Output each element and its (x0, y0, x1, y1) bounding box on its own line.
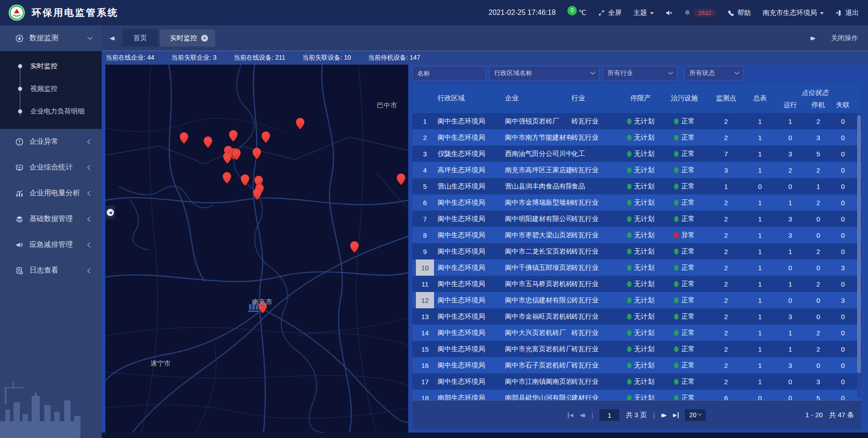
table-row[interactable]: 7 阆中生态环境局 阆中明阳建材有限公司 砖瓦行业 无计划 正常 2 1 3 0… (412, 211, 861, 227)
cell-lost: 0 (830, 308, 856, 325)
region-filter-select[interactable]: 行政区域名称 (489, 66, 599, 80)
prev-page-button[interactable]: ◀◀ (580, 412, 585, 418)
table-row[interactable]: 17 阆中生态环境局 阆中市江南镇阆南页岩 砖瓦行业 无计划 正常 2 1 0 … (412, 373, 861, 390)
org-menu[interactable]: 南充市生态环境局 (763, 9, 824, 17)
help-button[interactable]: 帮助 (727, 9, 751, 17)
tabs-scroll-left-button[interactable]: ◀◀ (102, 35, 123, 41)
cell-stop: 1 (807, 178, 830, 194)
page-number-input[interactable]: 1 (599, 409, 619, 421)
table-row[interactable]: 11 阆中生态环境局 阆中市五马桥页岩机砖 砖瓦行业 无计划 正常 2 1 1 … (412, 276, 861, 292)
facility-status-dot (674, 232, 679, 238)
tab-close-icon[interactable]: × (201, 35, 208, 42)
map-pin[interactable] (252, 147, 261, 160)
cell-run: 1 (774, 194, 807, 211)
cell-run: 2 (774, 162, 807, 178)
table-row[interactable]: 14 阆中生态环境局 阆中大兴页岩机砖厂 砖瓦行业 无计划 正常 2 1 1 2… (412, 325, 861, 341)
cell-index: 7 (416, 211, 434, 227)
limit-status-dot (627, 297, 632, 303)
cell-facility-text: 正常 (681, 280, 695, 288)
cell-region: 阆中生态环境局 (438, 292, 505, 308)
industry-filter-select[interactable]: 所有行业 (603, 66, 677, 80)
map-pin[interactable] (396, 173, 406, 185)
sidebar-subitem-power-load-detail[interactable]: 企业电力负荷明细 (0, 100, 102, 122)
cell-monitor: 2 (706, 341, 746, 357)
cell-stop: 2 (807, 194, 830, 211)
tabs-scroll-right-button[interactable]: ▶▶ (811, 35, 816, 41)
close-operations-menu[interactable]: 关闭操作 (831, 34, 858, 42)
map-pin[interactable] (223, 152, 232, 164)
tab-home[interactable]: 首页 (123, 29, 158, 47)
cell-stop: 2 (807, 113, 830, 129)
map-pin[interactable] (261, 131, 270, 143)
table-row[interactable]: 2 阆中生态环境局 阆中市南方节能建材有 砖瓦行业 无计划 正常 2 1 0 3… (412, 129, 861, 146)
map-pin[interactable] (179, 132, 189, 144)
map-pin[interactable] (203, 136, 212, 148)
table-row[interactable]: 3 仪陇生态环境局 西南油气田分公司川中 化工 无计划 正常 7 1 3 5 0 (412, 146, 861, 162)
table-row[interactable]: 4 高坪生态环境局 南充市高坪区王家店建 砖瓦行业 无计划 正常 3 1 2 2… (412, 162, 861, 178)
map-pin[interactable] (241, 174, 250, 186)
name-filter-input[interactable] (417, 70, 481, 77)
cell-industry: 砖瓦行业 (571, 129, 618, 146)
map-collapse-toggle[interactable]: ◀ (105, 206, 115, 219)
map-pin[interactable] (222, 172, 231, 184)
sidebar-item-enterprise-abnormal[interactable]: 企业异常 (0, 129, 102, 155)
map-pin[interactable] (232, 148, 241, 160)
cell-meter: 1 (746, 227, 774, 243)
table-row[interactable]: 6 阆中生态环境局 阆中市金博瑞新型墙材 砖瓦行业 无计划 正常 2 1 1 2… (412, 194, 861, 211)
map-panel[interactable]: ◀ 巴中市南充市遂宁市 (105, 65, 408, 433)
table-row[interactable]: 13 阆中生态环境局 阆中市金福旺页岩机砖 砖瓦行业 无计划 正常 2 1 3 … (412, 308, 861, 325)
limit-status-dot (627, 135, 632, 141)
map-pin[interactable] (253, 188, 262, 200)
map-pin[interactable] (350, 241, 359, 253)
theme-menu[interactable]: 主题 (633, 9, 654, 17)
cell-company: 阆中市二龙长宝页岩砖 (505, 243, 571, 259)
fullscreen-button[interactable]: 全屏 (598, 9, 622, 17)
table-row[interactable]: 9 阆中生态环境局 阆中市二龙长宝页岩砖 砖瓦行业 无计划 正常 2 1 1 2… (412, 243, 861, 259)
cell-lost: 0 (830, 129, 856, 146)
table-row[interactable]: 12 阆中生态环境局 阆中市忠信建材有限公 砖瓦行业 无计划 正常 2 1 0 … (412, 292, 861, 308)
tab-realtime[interactable]: 实时监控× (160, 29, 215, 47)
sidebar-subitem-realtime-monitor[interactable]: 实时监控 (0, 55, 102, 77)
cell-facility-text: 正常 (681, 345, 695, 353)
filter-bar: 行政区域名称 所有行业 所有状态 (412, 66, 861, 80)
cell-run: 3 (774, 211, 807, 227)
table-row[interactable]: 8 阆中生态环境局 阆中市枣碧大梁山页岩 砖瓦行业 无计划 异常 2 1 3 0… (412, 227, 861, 243)
table-scrollbar[interactable] (857, 114, 861, 398)
last-page-button[interactable]: ▶ (673, 412, 679, 418)
temperature-unit: ℃ (579, 9, 586, 17)
cell-region: 阆中生态环境局 (438, 325, 505, 341)
table-row[interactable]: 5 营山生态环境局 营山县润丰肉食品有限 食品 无计划 正常 1 0 0 1 0 (412, 178, 861, 194)
stat-item: 当前停机设备: 147 (368, 54, 420, 62)
table-row[interactable]: 16 阆中生态环境局 阆中市石子页岩机砖厂 砖瓦行业 无计划 正常 2 1 3 … (412, 357, 861, 373)
sidebar-subitem-video-monitor[interactable]: 视频监控 (0, 77, 102, 100)
table-row[interactable]: 10 阆中生态环境局 阆中千佛镇五郎垭页岩 砖瓦行业 无计划 正常 2 1 0 … (412, 259, 861, 276)
map-city-label: 遂宁市 (151, 359, 171, 368)
cell-limit-text: 无计划 (634, 150, 655, 158)
facility-status-dot (674, 330, 679, 336)
mute-button[interactable] (665, 9, 672, 16)
limit-status-dot (627, 314, 632, 320)
facility-status-dot (674, 379, 679, 385)
logout-button[interactable]: 退出 (835, 9, 859, 17)
next-page-button[interactable]: ▶▶ (661, 412, 667, 418)
scrollbar-thumb[interactable] (857, 115, 861, 373)
cell-index: 10 (416, 259, 434, 276)
sidebar-item-power-analysis[interactable]: 企业用电量分析 (0, 180, 102, 206)
cell-meter: 1 (746, 211, 774, 227)
sidebar-item-data-monitor[interactable]: 数据监测 (0, 25, 102, 51)
sidebar-item-emergency-reduction[interactable]: 应急减排管理 (0, 232, 102, 258)
table-row[interactable]: 15 阆中生态环境局 阆中市光富页岩机砖厂 砖瓦行业 无计划 正常 2 1 1 … (412, 341, 861, 357)
cell-facility-text: 正常 (681, 329, 695, 337)
map-pin[interactable] (296, 118, 305, 130)
sidebar-item-base-data[interactable]: 基础数据管理 (0, 206, 102, 232)
status-filter-select[interactable]: 所有状态 (684, 66, 744, 80)
table-row[interactable]: 1 阆中生态环境局 阆中强锐页岩砖厂 砖瓦行业 无计划 正常 2 1 1 2 0 (412, 113, 861, 129)
name-filter-input-box[interactable] (412, 66, 486, 80)
sidebar-item-enterprise-stats[interactable]: 企业综合统计 (0, 155, 102, 180)
map-pin[interactable] (229, 130, 238, 142)
cell-industry: 砖瓦行业 (571, 325, 618, 341)
notifications-button[interactable]: 2632 (684, 9, 716, 17)
page-size-select[interactable]: 20 (685, 409, 706, 421)
first-page-button[interactable]: ◀ (568, 412, 573, 418)
sidebar-item-log-view[interactable]: 日志查看 (0, 258, 102, 283)
